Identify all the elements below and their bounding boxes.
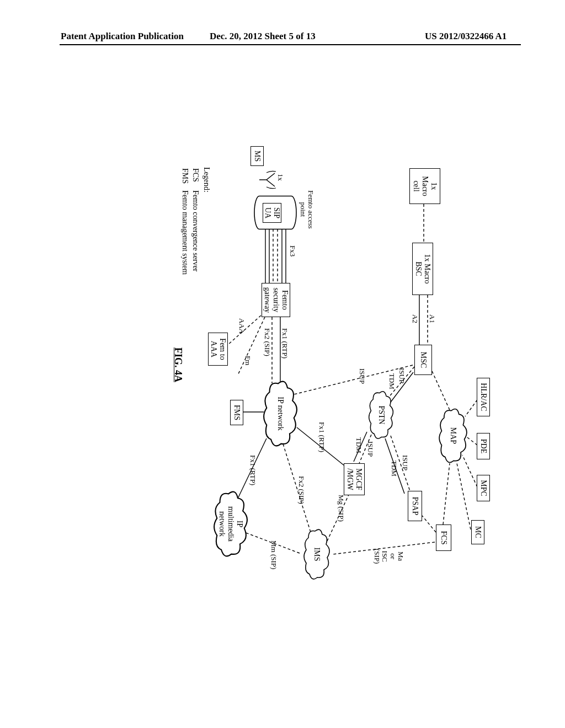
legend: Legend: FCSFemto convergence server FMSF… bbox=[179, 167, 212, 281]
node-mgcf-mgw: MGCF /MGW bbox=[344, 463, 365, 495]
label-a2: A2 bbox=[411, 314, 419, 323]
label-isup-1: ISUP bbox=[398, 368, 406, 383]
node-mpc: MPC bbox=[477, 475, 490, 501]
cloud-ims: IMS bbox=[300, 527, 334, 582]
svg-line-7 bbox=[457, 463, 471, 529]
svg-line-8 bbox=[443, 463, 450, 524]
node-hlr-ac: HLR/AC bbox=[477, 378, 490, 416]
label-isup-2: ISUP bbox=[401, 455, 409, 470]
cloud-pstn: PSTN bbox=[366, 389, 396, 441]
label-femto-access-point: Femto access point bbox=[299, 190, 315, 229]
header-left: Patent Application Publication bbox=[61, 31, 184, 42]
label-fx2-sip-b: Fx2 (SIP) bbox=[263, 328, 271, 356]
label-mm-sip: Mm (SIP) bbox=[270, 540, 278, 569]
figure-caption: FIG. 4A bbox=[172, 347, 184, 382]
label-fx1-rtp-b: Fx1 (RTP) bbox=[249, 455, 257, 485]
node-1x-macro-cell: 1x Macro cell bbox=[409, 168, 440, 204]
node-1x-macro-bsc: 1x Macro BSC bbox=[412, 243, 433, 295]
cloud-map: MAP bbox=[438, 405, 468, 466]
label-fx1-rtp-c: Fx1 (RTP) bbox=[281, 328, 289, 358]
legend-row: FMSFemto management system bbox=[180, 168, 190, 280]
label-ma-isc-sip: Ma or ISC (SIP) bbox=[373, 549, 404, 564]
label-msc-isup: ISUP bbox=[358, 368, 366, 384]
cloud-ip-network: IP network bbox=[261, 378, 300, 449]
label-fm: Fm bbox=[244, 356, 252, 365]
node-sip-ua: SIP UA bbox=[263, 203, 281, 223]
node-femto-security-gateway: Femto security gateway bbox=[262, 283, 290, 317]
label-tdm-2: TDM bbox=[390, 461, 398, 477]
legend-title: Legend: bbox=[202, 167, 212, 281]
node-msc: MSC bbox=[414, 345, 432, 375]
femto-access-point: SIP UA bbox=[254, 195, 297, 231]
node-psap: PSAP bbox=[408, 491, 422, 521]
header-rule bbox=[60, 44, 521, 45]
svg-line-9 bbox=[422, 516, 436, 532]
label-mg-sip: Mg (SIP) bbox=[337, 495, 345, 522]
label-tdm-3: TDM bbox=[355, 437, 363, 453]
label-a1: A1 bbox=[428, 314, 436, 323]
label-fx2-sip-a: Fx2 (SIP) bbox=[297, 476, 305, 504]
header-right: US 2012/0322466 A1 bbox=[425, 31, 507, 42]
label-aaa: AAA bbox=[238, 318, 246, 334]
node-mc: MC bbox=[471, 520, 484, 544]
node-femto-aaa: Fem to AAA bbox=[208, 333, 228, 366]
node-fms: FMS bbox=[230, 400, 243, 425]
label-tdm-1: TDM bbox=[388, 373, 396, 389]
label-isup-3: ISUP bbox=[366, 441, 374, 457]
label-1x: 1x bbox=[276, 174, 284, 181]
header-center: Dec. 20, 2012 Sheet 5 of 13 bbox=[210, 31, 316, 42]
node-fcs: FCS bbox=[436, 524, 451, 551]
node-pde: PDE bbox=[477, 433, 490, 459]
node-ms: MS bbox=[250, 146, 264, 166]
cloud-ip-multimedia: IP multimedia network bbox=[211, 488, 250, 560]
antenna-icon bbox=[256, 170, 278, 189]
label-fx1-rtp-a: Fx1 (RTP) bbox=[318, 422, 326, 452]
architecture-diagram: 1x Macro cell 1x Macro BSC MSC HLR/AC PD… bbox=[68, 157, 487, 582]
label-fx3: Fx3 bbox=[289, 245, 296, 256]
legend-row: FCSFemto convergence server bbox=[191, 168, 201, 280]
